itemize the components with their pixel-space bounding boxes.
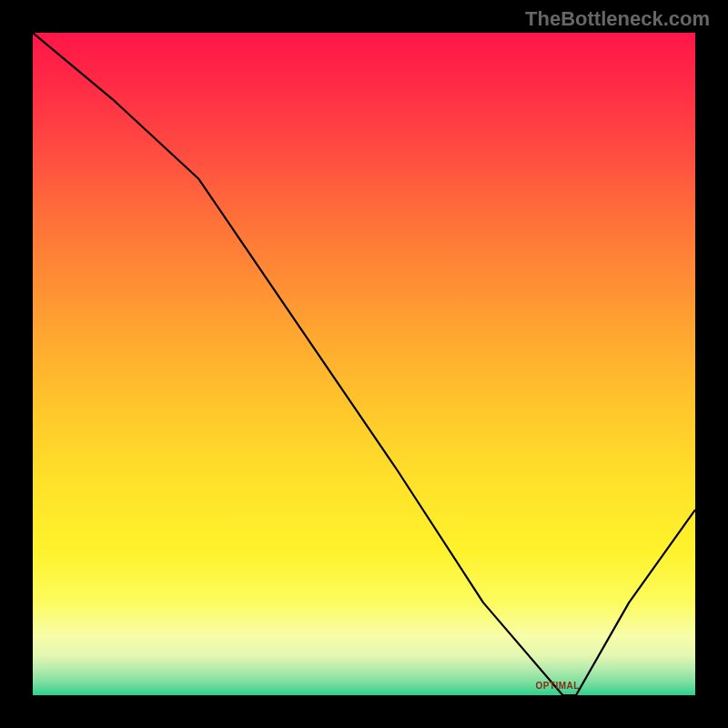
optimal-zone-label: OPTIMAL bbox=[535, 681, 580, 691]
bottleneck-curve-line bbox=[33, 33, 695, 695]
chart-line-svg bbox=[33, 33, 695, 695]
watermark-text: TheBottleneck.com bbox=[525, 7, 710, 31]
chart-plot-area: OPTIMAL bbox=[33, 33, 695, 695]
